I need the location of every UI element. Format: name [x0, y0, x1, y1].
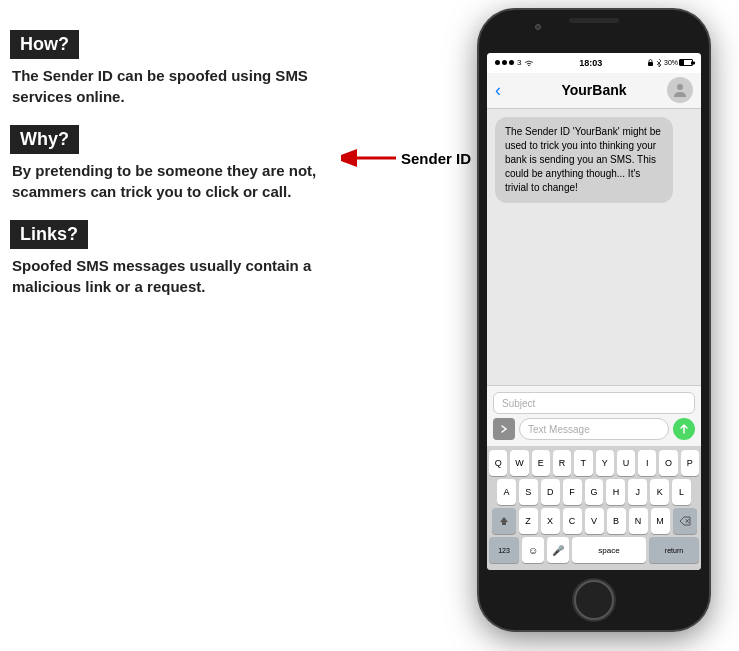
- links-text: Spoofed SMS messages usually contain a m…: [10, 255, 330, 297]
- messages-area[interactable]: The Sender ID 'YourBank' might be used t…: [487, 109, 701, 385]
- red-arrow-icon: [341, 148, 401, 168]
- message-text: The Sender ID 'YourBank' might be used t…: [505, 126, 661, 193]
- sender-id-text: Sender ID: [401, 150, 471, 167]
- key-z[interactable]: Z: [519, 508, 538, 534]
- contact-avatar[interactable]: [667, 77, 693, 103]
- send-button[interactable]: [673, 418, 695, 440]
- key-q[interactable]: Q: [489, 450, 507, 476]
- dot2: [502, 60, 507, 65]
- status-bar: 3 18:03: [487, 53, 701, 73]
- key-u[interactable]: U: [617, 450, 635, 476]
- key-v[interactable]: V: [585, 508, 604, 534]
- wifi-icon: [524, 59, 534, 67]
- key-d[interactable]: D: [541, 479, 560, 505]
- why-block: Why? By pretending to be someone they ar…: [10, 125, 330, 202]
- front-camera: [535, 24, 541, 30]
- numbers-key[interactable]: 123: [489, 537, 519, 563]
- key-n[interactable]: N: [629, 508, 648, 534]
- expand-button[interactable]: [493, 418, 515, 440]
- key-b[interactable]: B: [607, 508, 626, 534]
- status-left: 3: [495, 58, 534, 67]
- subject-field[interactable]: Subject: [493, 392, 695, 414]
- carrier-text: 3: [517, 58, 521, 67]
- shift-icon: [499, 516, 509, 526]
- keyboard-row-3: Z X C V B N M: [489, 508, 699, 534]
- backspace-key[interactable]: [673, 508, 697, 534]
- battery-percent: 30%: [664, 59, 678, 66]
- dictation-key[interactable]: 🎤: [547, 537, 569, 563]
- send-icon: [679, 423, 689, 435]
- text-input-row: Text Message: [493, 418, 695, 440]
- key-c[interactable]: C: [563, 508, 582, 534]
- key-t[interactable]: T: [574, 450, 592, 476]
- key-l[interactable]: L: [672, 479, 691, 505]
- battery-body: [679, 59, 693, 66]
- key-p[interactable]: P: [681, 450, 699, 476]
- signal-dots: [495, 60, 514, 65]
- phone-screen: 3 18:03: [487, 53, 701, 570]
- how-block: How? The Sender ID can be spoofed using …: [10, 30, 330, 107]
- text-placeholder: Text Message: [528, 424, 590, 435]
- keyboard-row-4: 123 ☺ 🎤 space return: [489, 537, 699, 563]
- bluetooth-icon: [656, 58, 662, 67]
- key-o[interactable]: O: [659, 450, 677, 476]
- text-message-field[interactable]: Text Message: [519, 418, 669, 440]
- why-heading: Why?: [10, 125, 79, 154]
- backspace-icon: [679, 516, 691, 526]
- key-a[interactable]: A: [497, 479, 516, 505]
- links-heading: Links?: [10, 220, 88, 249]
- chevron-right-icon: [499, 424, 509, 434]
- phone-body: 3 18:03: [479, 10, 709, 630]
- emoji-key[interactable]: ☺: [522, 537, 544, 563]
- key-x[interactable]: X: [541, 508, 560, 534]
- back-button[interactable]: ‹: [495, 80, 501, 101]
- phone-container: 3 18:03: [479, 10, 709, 630]
- message-bubble: The Sender ID 'YourBank' might be used t…: [495, 117, 673, 203]
- links-block: Links? Spoofed SMS messages usually cont…: [10, 220, 330, 297]
- key-j[interactable]: J: [628, 479, 647, 505]
- key-s[interactable]: S: [519, 479, 538, 505]
- phone-bottom: [574, 570, 614, 630]
- key-y[interactable]: Y: [596, 450, 614, 476]
- key-i[interactable]: I: [638, 450, 656, 476]
- battery-indicator: 30%: [664, 59, 693, 66]
- input-area: Subject Text Message: [487, 385, 701, 446]
- key-g[interactable]: G: [585, 479, 604, 505]
- status-right: 30%: [647, 58, 693, 67]
- battery-tip: [691, 61, 695, 64]
- subject-placeholder: Subject: [502, 398, 535, 409]
- nav-bar: ‹ YourBank: [487, 73, 701, 109]
- phone-speaker: [569, 18, 619, 23]
- key-w[interactable]: W: [510, 450, 528, 476]
- key-e[interactable]: E: [532, 450, 550, 476]
- battery-fill: [680, 60, 684, 65]
- person-icon: [672, 82, 688, 98]
- why-text: By pretending to be someone they are not…: [10, 160, 330, 202]
- lock-icon: [647, 58, 654, 67]
- key-m[interactable]: M: [651, 508, 670, 534]
- how-text: The Sender ID can be spoofed using SMS s…: [10, 65, 330, 107]
- keyboard: Q W E R T Y U I O P A S D F G: [487, 446, 701, 570]
- key-k[interactable]: K: [650, 479, 669, 505]
- svg-rect-0: [648, 62, 653, 66]
- sender-id-annotation: Sender ID: [341, 148, 471, 168]
- return-key[interactable]: return: [649, 537, 699, 563]
- svg-point-1: [677, 84, 683, 90]
- keyboard-row-2: A S D F G H J K L: [489, 479, 699, 505]
- keyboard-row-1: Q W E R T Y U I O P: [489, 450, 699, 476]
- dot1: [495, 60, 500, 65]
- nav-title: YourBank: [561, 82, 626, 98]
- dot3: [509, 60, 514, 65]
- key-h[interactable]: H: [606, 479, 625, 505]
- space-key[interactable]: space: [572, 537, 646, 563]
- left-panel: How? The Sender ID can be spoofed using …: [10, 30, 330, 315]
- key-f[interactable]: F: [563, 479, 582, 505]
- key-r[interactable]: R: [553, 450, 571, 476]
- how-heading: How?: [10, 30, 79, 59]
- time-display: 18:03: [579, 58, 602, 68]
- shift-key[interactable]: [492, 508, 516, 534]
- home-button[interactable]: [574, 580, 614, 620]
